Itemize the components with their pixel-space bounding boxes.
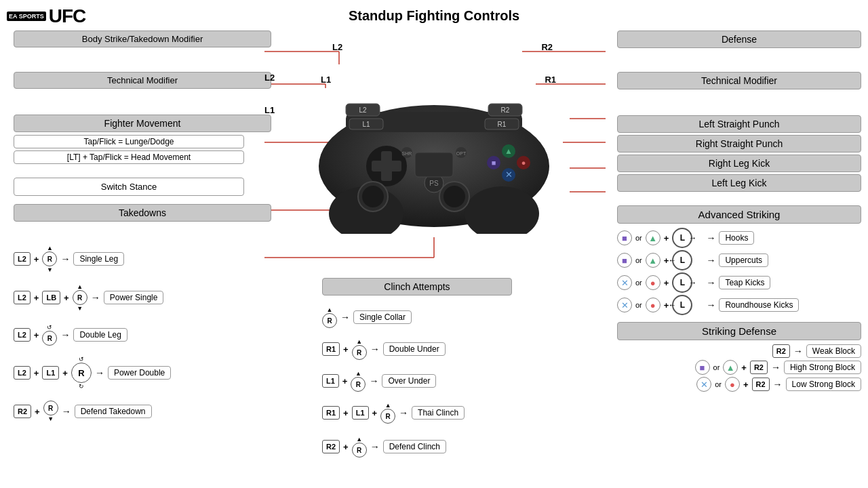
single-leg-label: Single Leg [73, 252, 124, 266]
l-stick-hooks: L → [672, 228, 692, 248]
advanced-striking-header: Advanced Striking [617, 205, 861, 224]
tap-flick-label: Tap/Flick = Lunge/Dodge [14, 135, 244, 148]
tech-modifier-left-label: Technical Modifier [14, 72, 271, 89]
r2-btn-wb: R2 [772, 344, 790, 358]
svg-point-32 [362, 186, 384, 207]
power-single-label: Power Single [104, 291, 164, 304]
r2-btn-dt: R2 [14, 405, 31, 418]
r2-btn-lsb: R2 [752, 378, 770, 391]
svg-point-34 [443, 186, 465, 207]
svg-rect-30 [372, 161, 401, 171]
l1-btn-tc: L1 [352, 406, 369, 420]
svg-text:L1: L1 [362, 121, 370, 128]
fighter-movement-label: Fighter Movement [14, 115, 271, 132]
svg-text:R2: R2 [501, 106, 510, 114]
svg-text:SHR: SHR [402, 151, 412, 156]
l2-btn-ps: L2 [14, 291, 31, 304]
r1-btn-tc: R1 [322, 406, 340, 420]
low-strong-block-label: Low Strong Block [786, 378, 861, 391]
stick-thai-clinch: ▲ R [380, 402, 395, 424]
body-modifier-label: Body Strike/Takedown Modifier [14, 30, 271, 47]
left-panel: Body Strike/Takedown Modifier L2 Technic… [14, 30, 271, 428]
double-under-label: Double Under [383, 342, 446, 356]
circle-sym-teap: ● [646, 275, 660, 290]
circle-sym-lsb: ● [725, 377, 740, 392]
r2-btn-dc: R2 [322, 440, 340, 453]
tech-modifier-right-label: Technical Modifier [617, 72, 861, 89]
square-sym-upper: ■ [617, 253, 632, 268]
svg-text:✕: ✕ [505, 169, 513, 180]
svg-text:●: ● [521, 159, 526, 167]
svg-rect-41 [415, 152, 453, 177]
triangle-sym-upper: ▲ [646, 253, 660, 268]
r1-conn-label: R1 [545, 75, 556, 85]
stick-defend-takedown: R ▼ [43, 401, 58, 422]
cross-sym-lsb: ✕ [696, 377, 711, 392]
r1-btn-du: R1 [322, 342, 340, 356]
striking-defense-header: Striking Defense [617, 322, 861, 340]
triangle-sym-hsb: ▲ [723, 360, 738, 375]
r2-conn-label: R2 [541, 42, 553, 52]
teap-kicks-label: Teap Kicks [719, 276, 770, 289]
l-stick-teap: L → [672, 272, 692, 293]
svg-text:■: ■ [492, 159, 496, 167]
cross-sym-teap: ✕ [617, 275, 632, 290]
weak-block-label: Weak Block [806, 344, 861, 358]
triangle-sym-hooks: ▲ [646, 230, 660, 245]
thai-clinch-label: Thai Clinch [412, 406, 465, 420]
right-panel: Defense Technical Modifier Left Straight… [617, 30, 861, 394]
left-straight-label: Left Straight Punch [617, 115, 861, 133]
hooks-label: Hooks [719, 231, 754, 245]
stick-defend-clinch: ▲ R [352, 436, 367, 458]
ufc-logo: UFC [49, 5, 86, 27]
stick-power-single: ▲ R ▼ [73, 283, 87, 312]
right-straight-label: Right Straight Punch [617, 135, 861, 152]
square-sym-hooks: ■ [617, 230, 632, 245]
l2-btn-dl: L2 [14, 328, 31, 342]
l1-btn-pd: L1 [42, 366, 59, 380]
over-under-label: Over Under [382, 374, 436, 388]
defend-clinch-label: Defend Clinch [383, 440, 446, 453]
stick-single-collar: ▲ R [322, 306, 337, 328]
svg-text:▲: ▲ [505, 146, 513, 156]
defend-takedown-label: Defend Takedown [75, 405, 152, 418]
high-strong-block-label: High Strong Block [784, 361, 861, 374]
svg-text:OPT: OPT [456, 151, 467, 156]
page-title: Standup Fighting Controls [0, 0, 868, 28]
clinch-header: Clinch Attempts [322, 278, 512, 296]
l-stick-upper: L ← [672, 250, 692, 270]
takedowns-header: Takedowns [14, 204, 271, 222]
lb-btn: LB [42, 291, 60, 304]
lt-tap-label: [LT] + Tap/Flick = Head Movement [14, 150, 244, 164]
uppercuts-label: Uppercuts [719, 253, 768, 267]
l1-btn-ou: L1 [322, 374, 339, 388]
l2-conn-label: L2 [332, 42, 342, 52]
l-stick-rh: L ← [672, 295, 692, 315]
clinch-panel: Clinch Attempts ▲ R → Single Collar R1 +… [322, 278, 512, 464]
controller-image: L2 R2 L1 R1 OPT SHR PS ▲ [285, 37, 583, 268]
logo: EA SPORTS UFC [7, 5, 85, 27]
svg-text:L2: L2 [359, 106, 367, 114]
l2-label: L2 [264, 73, 275, 83]
power-double-label: Power Double [108, 366, 171, 380]
circle-sym-rh: ● [646, 298, 660, 312]
svg-text:PS: PS [429, 180, 439, 187]
l2-btn-pd: L2 [14, 366, 31, 380]
l1-conn-label: L1 [321, 75, 331, 85]
stick-double-under: ▲ R [352, 338, 367, 360]
stick-power-double: ↺ R ↻ [71, 356, 92, 390]
square-sym-hsb: ■ [695, 360, 710, 375]
l1-label: L1 [264, 105, 275, 115]
r2-btn-hsb: R2 [750, 361, 768, 374]
single-collar-label: Single Collar [353, 310, 412, 324]
stick-over-under: ▲ R [351, 370, 366, 392]
stick-single-leg: ▲ R ▼ [42, 245, 57, 273]
right-leg-kick-label: Right Leg Kick [617, 155, 861, 172]
l2-btn-single: L2 [14, 252, 31, 266]
switch-stance-label: Switch Stance [14, 178, 244, 196]
svg-text:R1: R1 [498, 121, 507, 128]
double-leg-label: Double Leg [73, 328, 127, 342]
stick-double-leg: ↺ R [42, 324, 57, 346]
left-leg-kick-label: Left Leg Kick [617, 174, 861, 192]
cross-sym-rh: ✕ [617, 298, 632, 312]
